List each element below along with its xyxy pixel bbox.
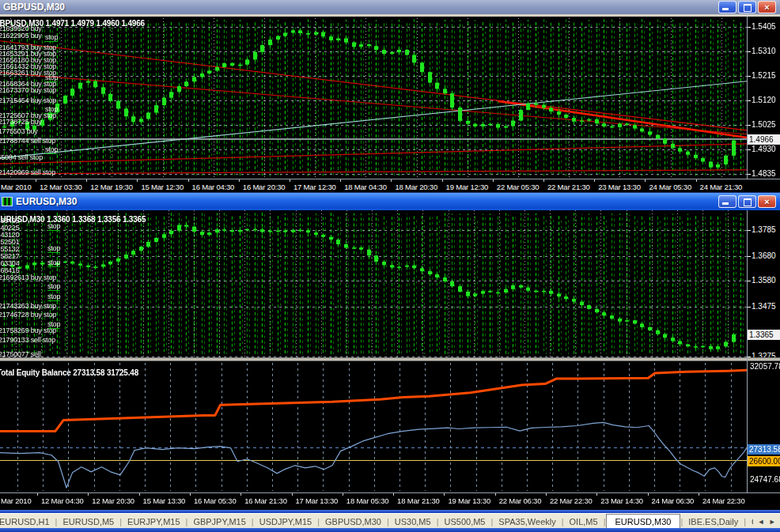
eurusd-time-axis[interactable]: Mar 201012 Mar 04:3012 Mar 20:3015 Mar 1… (0, 493, 780, 510)
time-tick (188, 179, 189, 182)
time-axis-label: 12 Mar 20:30 (92, 496, 134, 505)
time-axis-label: 22 Mar 22:30 (550, 496, 593, 505)
time-axis-label: 18 Mar 05:30 (346, 496, 389, 505)
equity-indicator-canvas[interactable] (0, 361, 747, 492)
price-axis-label: 1.3785 (752, 225, 776, 234)
tab-eurjpy-m15[interactable]: EURJPY,M15 (122, 515, 185, 528)
time-axis-label: 16 Mar 04:30 (192, 183, 235, 191)
price-axis-label: 1.3475 (752, 302, 776, 311)
minimize-icon[interactable] (718, 1, 736, 13)
equity-level-tag: 26600.00 (748, 456, 780, 466)
order-label: 21692613 buy stop (0, 274, 56, 281)
gbpusd-current-price-tag: 1.4966 (748, 134, 780, 145)
maximize-icon[interactable] (738, 195, 756, 208)
time-tick (696, 179, 697, 182)
window-eurusd-titlebar[interactable]: EURUSD,M30 × (0, 192, 780, 210)
time-tick (290, 179, 290, 182)
price-tick (748, 307, 751, 308)
time-axis-label: 18 Mar 04:30 (344, 183, 387, 191)
eurusd-chart-pane: EURUSD,M30 1.3360 1.3368 1.3356 1.3365 2… (0, 210, 780, 510)
price-tick (748, 281, 751, 281)
time-axis-label: 22 Mar 06:30 (499, 496, 542, 505)
window-gbpusd-titlebar[interactable]: GBPUSD,M30 × (0, 0, 780, 15)
tab-us500-m5[interactable]: US500,M5 (439, 515, 491, 528)
maximize-icon[interactable] (738, 1, 756, 13)
price-tick (748, 100, 751, 101)
tab-scroll-arrows: ◄ ► (753, 514, 780, 528)
time-axis-label: 22 Mar 05:30 (497, 183, 540, 191)
close-icon[interactable]: × (758, 195, 776, 208)
time-axis-label: 24 Mar 22:30 (702, 496, 745, 505)
gbpusd-chart-pane: GBPUSD,M30 1.4971 1.4979 1.4960 1.4966 2… (0, 17, 780, 192)
time-axis-label: 23 Mar 13:30 (598, 183, 641, 191)
axis-separator (747, 210, 748, 492)
price-axis-label: 1.3580 (752, 276, 776, 285)
time-tick (391, 179, 392, 182)
price-tick (748, 27, 751, 28)
time-tick (139, 493, 140, 496)
time-axis-label: 17 Mar 12:30 (293, 183, 336, 191)
price-tick (748, 174, 751, 175)
gbpusd-time-axis[interactable]: Mar 201012 Mar 03:3012 Mar 19:3015 Mar 1… (0, 179, 780, 192)
tab-eurusd-m30[interactable]: EURUSD,M30 (606, 514, 681, 529)
time-axis-label: 22 Mar 21:30 (547, 183, 590, 191)
mt4-workspace: GBPUSD,M30 × GBPUSD,M30 1.4971 1.4979 1.… (0, 0, 780, 532)
time-tick (190, 493, 191, 496)
time-tick (594, 179, 595, 182)
time-axis-label: 23 Mar 14:30 (600, 496, 643, 505)
order-label: 21715454 buy stop (0, 96, 56, 104)
time-tick (442, 179, 443, 182)
tab-gbpusd-m30[interactable]: GBPUSD,M30 (320, 515, 387, 528)
tab-spa35-weekly[interactable]: SPA35,Weekly (493, 515, 561, 528)
price-tick (748, 51, 751, 52)
minimize-icon[interactable] (718, 195, 736, 208)
eurusd-chart-canvas[interactable] (0, 210, 747, 357)
time-axis-label: 19 Mar 13:30 (448, 496, 490, 505)
time-tick (137, 179, 138, 182)
close-icon[interactable]: × (758, 1, 776, 13)
scroll-right-icon[interactable]: ► (769, 518, 776, 526)
time-axis-label: 16 Mar 20:30 (243, 183, 286, 191)
scroll-left-icon[interactable]: ◄ (757, 518, 764, 526)
frame-bottom-edge (0, 528, 780, 532)
order-label: stop (45, 145, 58, 154)
order-label: 21743263 buy stop (0, 302, 56, 310)
time-tick (493, 179, 494, 182)
chart-tab-bar: EURUSD,H1|EURUSD,M5|EURJPY,M15|GBPJPY,M1… (0, 513, 780, 528)
order-label: stop (47, 282, 60, 291)
tab-ibe-es-daily[interactable]: IBE.ES,Daily (683, 515, 744, 528)
tab-gbpjpy-m15[interactable]: GBPJPY,M15 (187, 515, 251, 528)
time-tick (495, 493, 496, 496)
order-label: 21790133 sell stop (0, 336, 55, 344)
tab-eurusd-m5[interactable]: EURUSD,M5 (57, 515, 119, 528)
price-axis-label: 1.5310 (752, 47, 776, 55)
chart-icon (2, 197, 13, 206)
equity-axis-max: 32057.78 (750, 362, 780, 371)
time-axis-label: 15 Mar 12:30 (141, 183, 184, 191)
tab-us30-m5[interactable]: US30,M5 (389, 515, 437, 528)
time-tick (340, 179, 341, 182)
order-label: stop (47, 244, 60, 253)
time-axis-label: 12 Mar 19:30 (90, 183, 133, 191)
tab-usdjpy-m15[interactable]: USDJPY,M15 (254, 515, 317, 528)
window-gbpusd-controls: × (718, 1, 776, 13)
time-axis-label: 15 Mar 13:30 (143, 496, 186, 505)
time-axis-label: Mar 2010 (1, 183, 32, 191)
time-axis-label: 24 Mar 05:30 (649, 183, 691, 191)
tab-oil-m5[interactable]: OIL,M5 (564, 515, 604, 528)
price-tick (748, 125, 751, 126)
order-label: stop (47, 292, 60, 301)
time-axis-label: 24 Mar 21:30 (700, 183, 743, 191)
order-label: 21788744 sell stop (0, 137, 55, 145)
time-tick (444, 493, 445, 496)
equity-indicator-label: Total Equity Balance 27313.58 31725.48 (0, 368, 138, 377)
time-tick (240, 493, 241, 496)
price-axis-label: 1.5120 (752, 96, 776, 104)
tab-eurusd-h1[interactable]: EURUSD,H1 (0, 515, 55, 528)
time-axis-label: 19 Mar 12:30 (446, 183, 489, 191)
equity-current-tag: 27313.58 (748, 444, 780, 455)
window-eurusd-controls: × (718, 195, 776, 208)
order-label: 21765084 sell stop (0, 153, 43, 161)
time-tick (36, 179, 36, 182)
gbpusd-chart-canvas[interactable] (0, 17, 747, 179)
